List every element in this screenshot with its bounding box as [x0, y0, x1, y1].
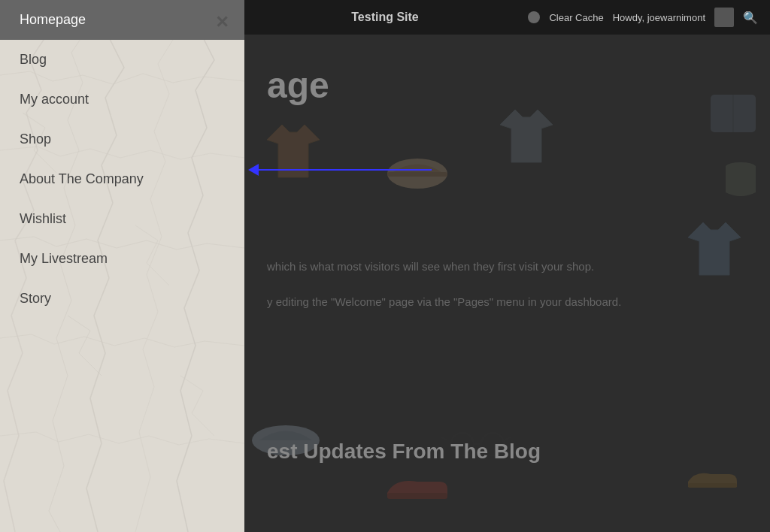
content-text-2: y editing the "Welcome" page via the "Pa… — [244, 284, 770, 319]
sidebar-item-about-the-company[interactable]: About The Company — [0, 159, 244, 199]
status-dot — [528, 11, 540, 23]
svg-rect-10 — [387, 493, 447, 499]
sidebar-item-blog[interactable]: Blog — [0, 40, 244, 80]
sidebar-item-shop[interactable]: Shop — [0, 119, 244, 159]
close-button[interactable]: ✕ — [210, 11, 234, 35]
user-avatar — [714, 8, 734, 27]
howdy-text: Howdy, joewarnimont — [613, 12, 705, 23]
nav-menu: Homepage Blog My account Shop About The … — [0, 0, 244, 319]
site-name: Testing Site — [351, 11, 419, 24]
page-title: age — [244, 50, 770, 113]
sidebar-item-homepage[interactable]: Homepage — [0, 0, 244, 40]
sidebar: ✕ Homepage Blog My account Shop About Th… — [0, 0, 244, 532]
search-icon[interactable]: 🔍 — [743, 11, 758, 25]
clear-cache-button[interactable]: Clear Cache — [549, 12, 603, 23]
sidebar-item-wishlist[interactable]: Wishlist — [0, 199, 244, 239]
arrow-line — [259, 169, 432, 171]
sidebar-item-story[interactable]: Story — [0, 279, 244, 319]
content-text-1: which is what most visitors will see whe… — [244, 249, 770, 284]
blue-arrow — [248, 164, 432, 176]
arrow-head — [248, 164, 259, 176]
sidebar-item-my-account[interactable]: My account — [0, 80, 244, 119]
blog-section-title: est Updates From The Blog — [244, 425, 770, 471]
admin-bar-right: Clear Cache Howdy, joewarnimont 🔍 — [528, 8, 758, 27]
main-content: age which is what most visitors will see… — [244, 35, 770, 532]
sidebar-item-my-livestream[interactable]: My Livestream — [0, 239, 244, 279]
